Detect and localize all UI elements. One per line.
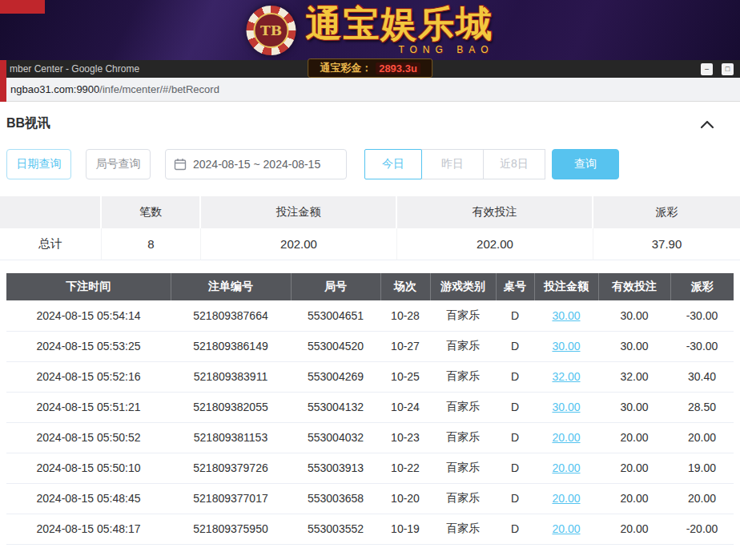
valid-bet-cell: 20.00 — [598, 422, 670, 453]
summary-total-valid: 202.00 — [397, 228, 593, 260]
payout-cell: 28.50 — [670, 392, 734, 422]
calendar-icon — [174, 158, 187, 171]
summary-total-bet: 202.00 — [201, 228, 397, 260]
summary-total-payout: 37.90 — [593, 228, 740, 260]
col-header-order-no: 注单编号 — [171, 273, 291, 300]
bet-amount-link[interactable]: 20.00 — [534, 422, 598, 453]
maximize-icon: □ — [726, 66, 730, 73]
bet-time-cell: 2024-08-15 05:50:52 — [6, 422, 171, 453]
jackpot-label: 通宝彩金： — [320, 61, 372, 75]
game-type-cell: 百家乐 — [430, 422, 496, 453]
valid-bet-cell: 30.00 — [598, 331, 670, 361]
summary-total-count: 8 — [102, 228, 201, 260]
round-query-tab[interactable]: 局号查询 — [86, 149, 151, 179]
payout-cell: 20.00 — [670, 422, 734, 453]
section-header: BB视讯 — [0, 102, 740, 143]
url-text[interactable]: ngbao31.com:9900/infe/mcenter/#/betRecor… — [10, 83, 219, 95]
collapse-chevron-icon[interactable] — [700, 119, 714, 129]
order-no-cell: 521809386149 — [171, 331, 291, 361]
section-title: BB视讯 — [6, 115, 50, 132]
last8days-button[interactable]: 近8日 — [483, 149, 545, 179]
window-title: mber Center - Google Chrome — [0, 63, 139, 75]
today-button[interactable]: 今日 — [364, 149, 422, 179]
chip-label: TB — [260, 22, 282, 38]
game-type-cell: 百家乐 — [430, 453, 496, 483]
session-cell: 10-19 — [380, 514, 430, 544]
round-no-cell: 553004269 — [291, 361, 380, 392]
table-no-cell: D — [496, 331, 534, 361]
search-button[interactable]: 查询 — [552, 149, 619, 179]
order-no-cell: 521809377017 — [171, 483, 291, 514]
url-domain: ngbao31.com:9900 — [10, 83, 99, 95]
table-row: 2024-08-15 05:51:21521809382055553004132… — [6, 392, 734, 422]
content: BB视讯 日期查询 局号查询 2024-08-15 ~ 2024-08-15 今… — [0, 102, 740, 545]
bet-amount-link[interactable]: 20.00 — [552, 461, 580, 474]
logo-text: 通宝娱乐城 TONG BAO — [306, 6, 494, 55]
bet-time-cell: 2024-08-15 05:50:10 — [6, 453, 171, 483]
order-no-cell: 521809383911 — [171, 361, 291, 392]
bet-amount-link[interactable]: 30.00 — [552, 340, 580, 353]
date-range-picker[interactable]: 2024-08-15 ~ 2024-08-15 — [165, 149, 347, 179]
bet-amount-link[interactable]: 20.00 — [552, 492, 580, 505]
bet-time-cell: 2024-08-15 05:54:14 — [6, 300, 171, 331]
maximize-button[interactable]: □ — [722, 63, 734, 75]
payout-cell: -30.00 — [670, 331, 734, 361]
yesterday-button[interactable]: 昨日 — [421, 149, 484, 179]
col-header-valid-bet: 有效投注 — [598, 273, 670, 300]
col-header-game-type: 游戏类别 — [430, 273, 496, 300]
col-header-payout: 派彩 — [670, 273, 734, 300]
bet-amount-link[interactable]: 20.00 — [552, 431, 580, 444]
minimize-button[interactable]: – — [701, 63, 713, 75]
round-no-cell: 553004032 — [291, 422, 380, 453]
bet-amount-link[interactable]: 20.00 — [552, 522, 580, 535]
bet-amount-link[interactable]: 32.00 — [552, 370, 580, 383]
date-query-tab[interactable]: 日期查询 — [6, 149, 71, 179]
summary-total-label: 总计 — [0, 228, 102, 260]
window-controls: – □ — [701, 63, 740, 75]
valid-bet-cell: 30.00 — [598, 300, 670, 331]
session-cell: 10-22 — [380, 453, 430, 483]
site-title: 通宝娱乐城 — [306, 6, 494, 42]
bet-amount-link[interactable]: 20.00 — [534, 483, 598, 514]
site-subtitle: TONG BAO — [306, 44, 494, 55]
game-type-cell: 百家乐 — [430, 361, 496, 392]
bet-table-body: 2024-08-15 05:54:14521809387664553004651… — [6, 300, 734, 544]
table-no-cell: D — [496, 300, 534, 331]
round-no-cell: 553004651 — [291, 300, 380, 331]
bet-time-cell: 2024-08-15 05:51:21 — [6, 392, 171, 422]
table-no-cell: D — [496, 483, 534, 514]
bet-time-cell: 2024-08-15 05:48:45 — [6, 483, 171, 514]
bet-amount-link[interactable]: 30.00 — [534, 392, 598, 422]
payout-cell: 20.00 — [670, 483, 734, 514]
round-no-cell: 553003913 — [291, 453, 380, 483]
url-path: /infe/mcenter/#/betRecord — [99, 83, 219, 95]
bet-time-cell: 2024-08-15 05:48:17 — [6, 514, 171, 544]
summary-col-payout: 派彩 — [593, 196, 740, 228]
bet-record-table: 下注时间 注单编号 局号 场次 游戏类别 桌号 投注金额 有效投注 派彩 202… — [6, 273, 734, 545]
bet-amount-link[interactable]: 30.00 — [534, 331, 598, 361]
payout-cell: -20.00 — [670, 514, 734, 544]
table-no-cell: D — [496, 361, 534, 392]
summary-total-row: 总计 8 202.00 202.00 37.90 — [0, 228, 740, 260]
filter-toolbar: 日期查询 局号查询 2024-08-15 ~ 2024-08-15 今日 昨日 … — [0, 149, 740, 179]
bet-amount-link[interactable]: 20.00 — [534, 453, 598, 483]
bet-amount-link[interactable]: 32.00 — [534, 361, 598, 392]
game-type-cell: 百家乐 — [430, 331, 496, 361]
table-row: 2024-08-15 05:54:14521809387664553004651… — [6, 300, 734, 331]
bet-amount-link[interactable]: 30.00 — [552, 401, 580, 413]
bet-amount-link[interactable]: 30.00 — [534, 300, 598, 331]
round-no-cell: 553003552 — [291, 514, 380, 544]
session-cell: 10-25 — [380, 361, 430, 392]
quick-date-group: 今日 昨日 近8日 — [364, 149, 545, 179]
game-type-cell: 百家乐 — [430, 483, 496, 514]
table-header-row: 下注时间 注单编号 局号 场次 游戏类别 桌号 投注金额 有效投注 派彩 — [6, 273, 734, 300]
bet-amount-link[interactable]: 30.00 — [552, 309, 580, 322]
game-type-cell: 百家乐 — [430, 392, 496, 422]
site-logo: TB 通宝娱乐城 TONG BAO — [247, 6, 494, 55]
table-row: 2024-08-15 05:53:25521809386149553004520… — [6, 331, 734, 361]
bet-amount-link[interactable]: 20.00 — [534, 514, 598, 544]
col-header-bet-amount: 投注金额 — [534, 273, 598, 300]
session-cell: 10-20 — [380, 483, 430, 514]
browser-addressbar: ngbao31.com:9900/infe/mcenter/#/betRecor… — [0, 78, 740, 102]
date-range-text: 2024-08-15 ~ 2024-08-15 — [193, 158, 320, 171]
